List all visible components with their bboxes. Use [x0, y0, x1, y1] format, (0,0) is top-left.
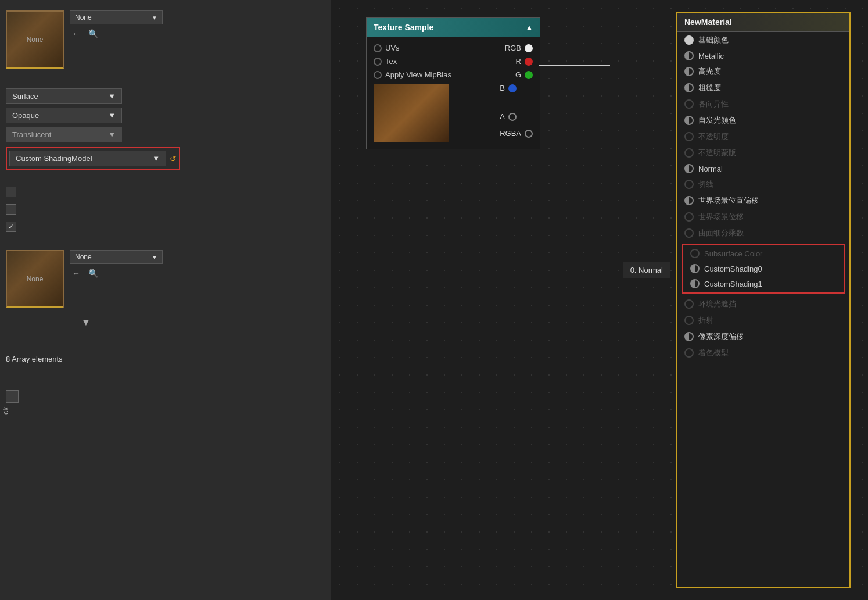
pin-socket-metallic[interactable] [684, 51, 694, 60]
bottom-texture-controls: None ▼ ← 🔍 [70, 250, 325, 279]
bottom-texture-label: None [27, 275, 44, 283]
pin-right-uvs: RGB [505, 44, 533, 52]
pin-socket-rgba[interactable] [525, 130, 533, 138]
pin-left-tex: Tex [374, 57, 397, 66]
surface-dropdown[interactable]: Surface ▼ [6, 88, 122, 104]
pin-label-mip: Apply View MipBias [385, 70, 451, 79]
pin-socket-custom-shading-1[interactable] [690, 279, 700, 288]
pin-label-roughness: 粗糙度 [698, 83, 721, 93]
pin-socket-refraction[interactable] [684, 316, 694, 325]
normal-badge: 0. Normal [623, 262, 670, 278]
pin-refraction: 折射 [677, 312, 849, 328]
shading-model-dropdown[interactable]: Custom ShadingModel ▼ [9, 151, 166, 166]
pin-label-refraction: 折射 [698, 315, 713, 326]
pin-socket-tex-in[interactable] [374, 58, 382, 66]
pin-socket-specular[interactable] [684, 67, 694, 76]
pin-socket-tess-multiplier[interactable] [684, 228, 694, 238]
pin-socket-mip-in[interactable] [374, 71, 382, 79]
pin-tangent: 切线 [677, 176, 849, 192]
pin-socket-custom-shading-0[interactable] [690, 264, 700, 273]
checkbox-1[interactable] [6, 187, 16, 197]
pin-roughness: 粗糙度 [677, 80, 849, 96]
pin-label-metallic: Metallic [698, 52, 724, 60]
opaque-dropdown[interactable]: Opaque ▼ [6, 108, 122, 123]
pin-shading-model: 着色模型 [677, 345, 849, 361]
back-button-top[interactable]: ← [70, 28, 83, 40]
pin-right-b: B [500, 84, 533, 92]
pin-socket-g[interactable] [525, 71, 533, 79]
pin-socket-shading-model[interactable] [684, 348, 694, 358]
pin-socket-uvs-in[interactable] [374, 44, 382, 52]
shading-model-arrow: ▼ [152, 154, 160, 163]
translucent-label: Translucent [12, 130, 51, 139]
pin-socket-opacity[interactable] [684, 132, 694, 141]
pin-socket-world-pos-offset[interactable] [684, 196, 694, 205]
pin-label-pixel-depth-offset: 像素深度偏移 [698, 331, 744, 342]
pin-socket-emissive[interactable] [684, 116, 694, 125]
translucent-arrow: ▼ [108, 130, 116, 139]
pin-left-mip: Apply View MipBias [374, 70, 451, 79]
bottom-none-dropdown[interactable]: None ▼ [70, 250, 163, 264]
surface-arrow: ▼ [108, 92, 116, 101]
custom-shading-box: Subsurface Color CustomShading0 CustomSh… [682, 244, 845, 294]
bottom-none-dropdown-row: None ▼ [70, 250, 325, 264]
pin-socket-normal[interactable] [684, 164, 694, 173]
opaque-label: Opaque [12, 111, 39, 120]
top-texture-thumbnail: None [6, 10, 64, 69]
pin-label-emissive: 自发光颜色 [698, 115, 736, 126]
top-texture-action-row: ← 🔍 [70, 28, 325, 40]
pin-socket-a[interactable] [508, 113, 517, 121]
bottom-none-arrow: ▼ [152, 254, 157, 260]
back-button-bottom[interactable]: ← [70, 267, 83, 279]
pin-base-color: 基础颜色 [677, 32, 849, 48]
pin-label-rgba: RGBA [500, 129, 521, 138]
checkbox-2[interactable] [6, 204, 16, 215]
none-dropdown-value: None [75, 13, 92, 22]
pin-socket-rgb[interactable] [525, 44, 533, 52]
pin-ao: 环境光遮挡 [677, 296, 849, 312]
search-button-top[interactable]: 🔍 [86, 28, 101, 40]
checkbox-3[interactable]: ✓ [6, 222, 16, 232]
pin-label-opacity-mask: 不透明蒙版 [698, 148, 736, 158]
pin-label-r: R [516, 57, 521, 66]
pin-socket-subsurface[interactable] [690, 249, 700, 258]
pin-label-anisotropy: 各向异性 [698, 99, 729, 109]
reset-icon[interactable]: ↺ [170, 154, 177, 163]
pin-row-tex: Tex R [367, 55, 540, 68]
pin-socket-r[interactable] [525, 58, 533, 66]
surface-label: Surface [12, 92, 38, 101]
none-dropdown[interactable]: None ▼ [70, 10, 163, 24]
pin-label-base-color: 基础颜色 [698, 35, 729, 45]
pin-socket-b[interactable] [508, 84, 517, 92]
pin-custom-shading-1: CustomShading1 [683, 276, 844, 291]
new-material-title: NewMaterial [684, 17, 732, 27]
bottom-texture-action-row: ← 🔍 [70, 267, 325, 279]
pin-world-pos-offset: 世界场景位置偏移 [677, 192, 849, 209]
pin-socket-roughness[interactable] [684, 83, 694, 92]
bottom-none-value: None [75, 253, 92, 261]
pin-label-custom-shading-1: CustomShading1 [704, 280, 762, 288]
pin-socket-tangent[interactable] [684, 180, 694, 189]
pin-socket-ao[interactable] [684, 299, 694, 309]
pin-row-mip: Apply View MipBias G [367, 68, 540, 81]
small-checkbox[interactable] [6, 390, 19, 403]
pin-emissive: 自发光颜色 [677, 112, 849, 128]
filter-icon[interactable]: ▼ [81, 317, 91, 328]
pin-specular: 高光度 [677, 63, 849, 80]
pin-pixel-depth-offset: 像素深度偏移 [677, 328, 849, 345]
pin-socket-pixel-depth-offset[interactable] [684, 332, 694, 341]
pin-label-uvs: UVs [385, 44, 400, 52]
pin-anisotropy: 各向异性 [677, 96, 849, 112]
pin-socket-opacity-mask[interactable] [684, 148, 694, 158]
texture-sample-title: Texture Sample [374, 23, 433, 32]
new-material-node: NewMaterial 基础颜色 Metallic 高光度 粗糙度 各向异性 [676, 12, 851, 588]
pin-socket-anisotropy[interactable] [684, 99, 694, 109]
pin-label-world-displacement: 世界场景位移 [698, 212, 744, 222]
search-button-bottom[interactable]: 🔍 [86, 267, 101, 279]
none-dropdown-arrow: ▼ [152, 15, 157, 21]
pin-socket-world-displacement[interactable] [684, 212, 694, 222]
pin-label-tess-multiplier: 曲面细分乘数 [698, 228, 744, 238]
translucent-dropdown[interactable]: Translucent ▼ [6, 127, 122, 142]
pin-socket-base-color[interactable] [684, 35, 694, 45]
pin-custom-shading-0: CustomShading0 [683, 261, 844, 276]
